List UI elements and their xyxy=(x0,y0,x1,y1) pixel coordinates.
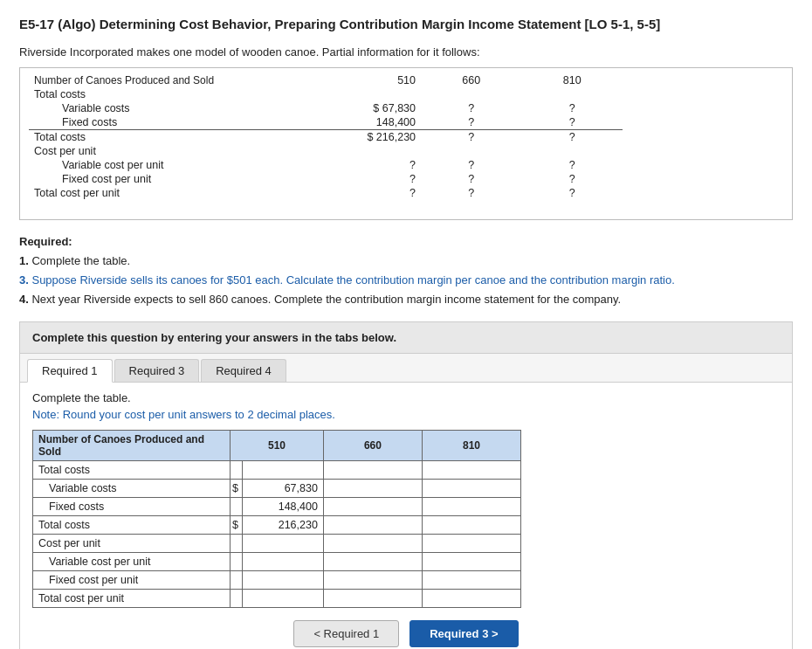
table-row-variable-costs: Variable costs $ 67,830 xyxy=(33,479,521,497)
table-row-fixed-costs: Fixed costs 148,400 xyxy=(33,497,521,515)
info-table-box: Number of Canoes Produced and Sold 510 6… xyxy=(19,67,793,220)
req-item-4-text: Next year Riverside expects to sell 860 … xyxy=(31,293,621,306)
intro-text: Riverside Incorporated makes one model o… xyxy=(19,45,793,59)
input-fixed-costs-810[interactable] xyxy=(423,499,520,514)
required-section: Required: 1. Complete the table. 3. Supp… xyxy=(19,232,793,309)
info-row-totalcosts-header: Total costs xyxy=(29,87,623,101)
input-fixed-cpu-510[interactable] xyxy=(243,572,322,588)
prev-button[interactable]: < Required 1 xyxy=(293,620,399,647)
col-header-660: 660 xyxy=(323,430,422,460)
input-variable-cpu-810[interactable] xyxy=(423,554,520,570)
bottom-nav: < Required 1 Required 3 > xyxy=(32,620,780,647)
col-header-810: 810 xyxy=(422,430,520,460)
input-variable-cpu-660[interactable] xyxy=(324,554,422,570)
input-fixed-costs-660[interactable] xyxy=(324,499,422,514)
input-variable-costs-660[interactable] xyxy=(324,480,422,496)
table-row-cost-per-unit-header: Cost per unit xyxy=(33,534,521,552)
input-total-cpu-510[interactable] xyxy=(243,590,322,606)
next-button[interactable]: Required 3 > xyxy=(409,620,518,647)
req-item-1-num: 1. xyxy=(19,254,29,267)
tab-required-1[interactable]: Required 1 xyxy=(27,359,113,383)
input-fixed-cpu-660[interactable] xyxy=(324,572,422,588)
input-total-cpu-810[interactable] xyxy=(423,590,520,606)
input-total-costs-660[interactable] xyxy=(324,517,422,533)
tab-required-3[interactable]: Required 3 xyxy=(114,359,200,382)
col-header-label: Number of Canoes Produced and Sold xyxy=(33,430,231,460)
tab-content-required1: Complete the table. Note: Round your cos… xyxy=(20,383,792,649)
data-table-header-row: Number of Canoes Produced and Sold 510 6… xyxy=(33,430,521,460)
info-row-total-costs: Total costs $ 216,230 ? ? xyxy=(29,129,623,144)
input-fixed-cpu-810[interactable] xyxy=(423,572,520,588)
input-variable-cpu-510[interactable] xyxy=(243,554,322,570)
input-variable-costs-810[interactable] xyxy=(423,480,520,496)
table-row-variable-cost-per-unit: Variable cost per unit xyxy=(33,552,521,570)
table-row-total-costs: Total costs $ 216,230 xyxy=(33,515,521,534)
page-title: E5-17 (Algo) Determining Cost Behavior, … xyxy=(19,16,793,33)
req-item-1-text: Complete the table. xyxy=(31,254,130,267)
tab-note: Note: Round your cost per unit answers t… xyxy=(32,408,780,421)
info-row-variable-costs: Variable costs $ 67,830 ? ? xyxy=(29,101,623,115)
info-header-row: Number of Canoes Produced and Sold 510 6… xyxy=(29,73,623,87)
info-row-fixed-cost-per-unit: Fixed cost per unit ? ? ? xyxy=(29,172,623,186)
tabs-row: Required 1 Required 3 Required 4 xyxy=(20,354,792,383)
tab-instruction: Complete the table. xyxy=(32,391,780,404)
req-item-3-text: Suppose Riverside sells its canoes for $… xyxy=(31,273,674,287)
complete-box: Complete this question by entering your … xyxy=(19,321,793,354)
tab-area: Required 1 Required 3 Required 4 Complet… xyxy=(19,354,793,649)
req-item-4-num: 4. xyxy=(19,293,29,306)
info-table: Number of Canoes Produced and Sold 510 6… xyxy=(29,73,623,200)
table-row-total-cost-per-unit: Total cost per unit xyxy=(33,589,521,607)
input-total-cpu-660[interactable] xyxy=(324,590,422,606)
input-total-costs-810[interactable] xyxy=(423,517,520,533)
info-row-fixed-costs: Fixed costs 148,400 ? ? xyxy=(29,115,623,130)
data-table: Number of Canoes Produced and Sold 510 6… xyxy=(32,430,521,608)
req-item-3-num: 3. xyxy=(19,273,29,287)
table-row-fixed-cost-per-unit: Fixed cost per unit xyxy=(33,570,521,589)
info-row-total-cost-per-unit: Total cost per unit ? ? ? xyxy=(29,186,623,200)
info-row-variable-cost-per-unit: Variable cost per unit ? ? ? xyxy=(29,158,623,172)
col-header-510: 510 xyxy=(231,430,324,460)
tab-required-4[interactable]: Required 4 xyxy=(201,359,286,382)
info-row-costperunit-header: Cost per unit xyxy=(29,144,623,158)
table-row-total-costs-header: Total costs xyxy=(33,460,521,479)
